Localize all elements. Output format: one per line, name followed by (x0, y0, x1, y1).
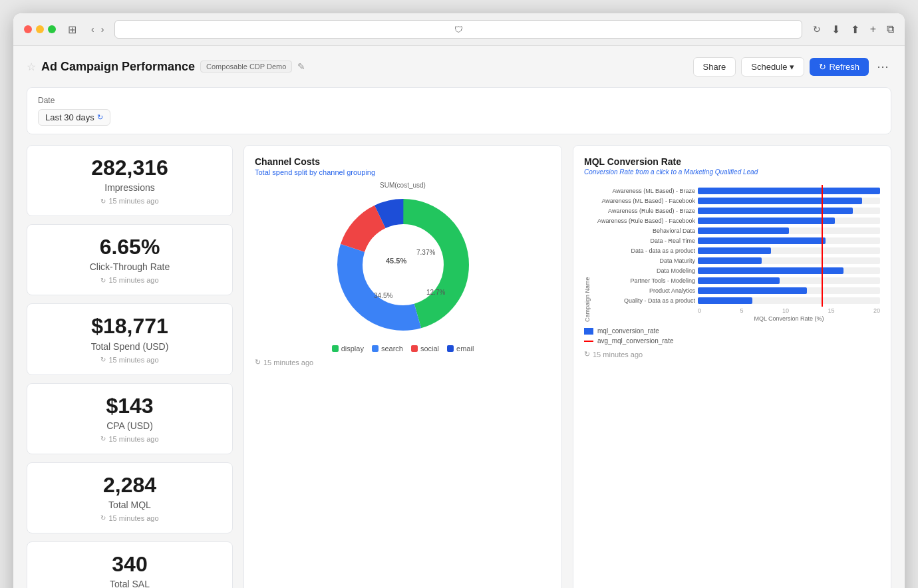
spend-time: ↻ 15 minutes ago (38, 356, 222, 364)
bar-row: Quality - Data as a product (592, 297, 880, 304)
bar-label: Awareness (ML Based) - Facebook (592, 198, 695, 204)
new-tab-icon[interactable]: + (870, 23, 876, 36)
bar-fill (698, 297, 752, 304)
mql-bar-icon (584, 328, 593, 335)
svg-text:34.5%: 34.5% (374, 292, 392, 299)
schedule-label: Schedule (751, 62, 787, 72)
bar-track (698, 287, 880, 294)
more-options-button[interactable]: ⋯ (874, 57, 891, 76)
ctr-label: Click-Through Rate (38, 261, 222, 272)
bar-row: Partner Tools - Modeling (592, 277, 880, 284)
sum-label: SUM(cost_usd) (380, 182, 426, 189)
edit-icon[interactable]: ✎ (297, 61, 305, 72)
bar-label: Awareness (Rule Based) - Braze (592, 208, 695, 214)
bar-label: Behavioral Data (592, 227, 695, 234)
bar-chart-inner: Awareness (ML Based) - BrazeAwareness (M… (592, 182, 880, 322)
badge-label: Composable CDP Demo (200, 61, 292, 73)
bar-label: Product Analytics (592, 287, 695, 294)
social-label: social (420, 345, 439, 353)
filter-value-text: Last 30 days (45, 112, 94, 122)
metrics-column: 282,316 Impressions ↻ 15 minutes ago 6.6… (27, 145, 233, 588)
tabs-icon[interactable]: ⧉ (887, 23, 894, 36)
spend-label: Total Spend (USD) (38, 341, 222, 352)
svg-text:12.7%: 12.7% (426, 289, 445, 296)
bar-track (698, 208, 880, 214)
bar-label: Data Modeling (592, 267, 695, 274)
top-actions: Share Schedule ▾ ↻ Refresh ⋯ (693, 57, 891, 76)
y-axis-label: Campaign Name (584, 182, 591, 322)
browser-toolbar-right: ⬇ ⬆ + ⧉ (832, 23, 894, 36)
clock-icon: ↻ (100, 356, 106, 363)
schedule-button[interactable]: Schedule ▾ (741, 57, 804, 76)
bar-track (698, 267, 880, 274)
bar-label: Data - data as a product (592, 247, 695, 254)
sidebar-toggle-button[interactable]: ⊞ (64, 22, 80, 37)
mql-legend: mql_conversion_rate avg_mql_conversion_r… (584, 327, 880, 345)
svg-text:45.5%: 45.5% (386, 257, 406, 265)
bar-fill (698, 277, 780, 284)
mql-label: Total MQL (38, 500, 222, 510)
share-button[interactable]: Share (693, 57, 736, 76)
bar-fill (698, 257, 762, 264)
legend-email: email (447, 345, 474, 353)
filter-section: Date Last 30 days ↻ (27, 87, 891, 134)
legend-social: social (411, 345, 439, 353)
mql-time: ↻ 15 minutes ago (38, 514, 222, 522)
impressions-value: 282,316 (38, 156, 222, 180)
bar-track (698, 227, 880, 234)
bar-fill (698, 198, 862, 204)
bar-track (698, 237, 880, 244)
date-filter[interactable]: Last 30 days ↻ (38, 109, 110, 126)
mql-chart-card: MQL Conversion Rate Conversion Rate from… (573, 145, 891, 588)
svg-point-4 (375, 237, 431, 293)
bar-row: Awareness (ML Based) - Facebook (592, 198, 880, 204)
bar-track (698, 218, 880, 224)
bar-fill (698, 287, 807, 294)
page-title: Ad Campaign Performance (41, 60, 195, 74)
bar-fill (698, 188, 880, 194)
minimize-button[interactable] (36, 25, 44, 33)
bar-row: Data - Real Time (592, 237, 880, 244)
bar-track (698, 247, 880, 254)
bar-fill (698, 237, 826, 244)
bar-row: Awareness (Rule Based) - Facebook (592, 218, 880, 224)
forward-button[interactable]: › (98, 23, 107, 36)
shield-icon: 🛡 (454, 25, 463, 35)
title-area: ☆ Ad Campaign Performance Composable CDP… (27, 60, 305, 74)
clock-icon: ↻ (100, 277, 106, 284)
channel-costs-title: Channel Costs (255, 156, 551, 167)
bar-label: Awareness (Rule Based) - Facebook (592, 218, 695, 224)
clock-icon: ↻ (255, 358, 261, 367)
bar-label: Partner Tools - Modeling (592, 277, 695, 284)
content-grid: 282,316 Impressions ↻ 15 minutes ago 6.6… (27, 145, 891, 588)
channel-costs-time: ↻ 15 minutes ago (255, 358, 551, 367)
bar-row: Data Modeling (592, 267, 880, 274)
metric-card-spend: $18,771 Total Spend (USD) ↻ 15 minutes a… (27, 303, 233, 374)
top-bar: ☆ Ad Campaign Performance Composable CDP… (27, 57, 891, 76)
bar-label: Data Maturity (592, 257, 695, 264)
share-icon[interactable]: ⬆ (851, 23, 859, 36)
donut-legend: display search social email (332, 345, 474, 353)
clock-icon: ↻ (100, 435, 106, 442)
impressions-label: Impressions (38, 182, 222, 193)
address-bar[interactable]: 🛡 (114, 20, 802, 39)
mql-legend-bar: mql_conversion_rate (584, 327, 880, 335)
avg-line-label: avg_mql_conversion_rate (597, 337, 674, 345)
donut-chart: 45.5% 34.5% 12.7% 7.37% (330, 192, 476, 338)
cpa-time: ↻ 15 minutes ago (38, 435, 222, 443)
schedule-chevron-icon: ▾ (790, 62, 794, 72)
browser-chrome: ⊞ ‹ › 🛡 ↻ ⬇ ⬆ + ⧉ (13, 13, 905, 46)
bar-track (698, 198, 880, 204)
maximize-button[interactable] (48, 25, 56, 33)
display-color (332, 345, 339, 352)
reload-button[interactable]: ↻ (810, 23, 824, 36)
refresh-button[interactable]: ↻ Refresh (810, 58, 869, 76)
x-axis-ticks: 0 5 10 15 20 (592, 307, 880, 314)
impressions-time: ↻ 15 minutes ago (38, 197, 222, 205)
email-label: email (456, 345, 474, 353)
close-button[interactable] (24, 25, 32, 33)
back-button[interactable]: ‹ (88, 23, 97, 36)
download-icon[interactable]: ⬇ (832, 23, 840, 36)
bar-chart-container: Awareness (ML Based) - BrazeAwareness (M… (592, 188, 880, 304)
favorite-icon[interactable]: ☆ (27, 61, 36, 73)
